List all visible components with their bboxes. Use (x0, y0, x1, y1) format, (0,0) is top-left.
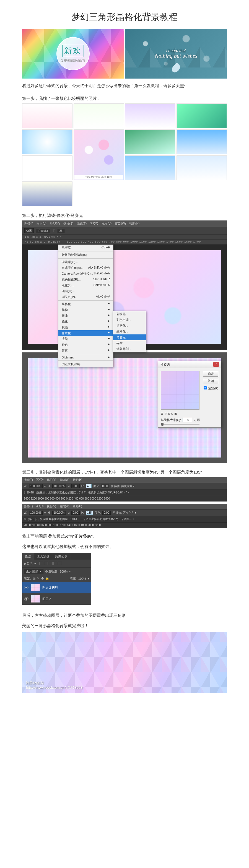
dialog-titlebar[interactable]: 马赛克 ✕ (158, 361, 221, 368)
w-input[interactable]: 100.00% (29, 484, 42, 488)
fill-value[interactable]: 100% (78, 577, 86, 580)
menu-item[interactable]: 窗口(W) (115, 222, 126, 226)
filter-pixel-icon[interactable] (39, 562, 43, 565)
angle-input[interactable]: 0.00 (71, 510, 80, 515)
w-input[interactable]: 100.00% (29, 510, 42, 515)
menu-item[interactable]: 窗口(W) (60, 504, 69, 508)
menu-item[interactable]: 杂色▶ (58, 342, 113, 348)
cancel-button[interactable]: 取消 (203, 378, 218, 384)
close-icon[interactable]: ✕ (213, 362, 219, 367)
lock-position-icon[interactable]: ✥ (41, 577, 44, 580)
gallery-thumb[interactable] (22, 182, 72, 206)
menu-item[interactable]: 图层(L) (36, 222, 46, 226)
menu-item[interactable]: 帮助(H) (129, 222, 139, 226)
visibility-icon[interactable] (24, 586, 29, 589)
preview-checkbox[interactable] (204, 386, 207, 390)
menu-item[interactable]: 自适应广角(A)...Alt+Shift+Ctrl+A (58, 265, 113, 271)
menu-item[interactable]: 滤镜(T) (24, 504, 33, 508)
gallery-thumb[interactable] (125, 103, 176, 128)
menu-item[interactable]: 窗口(W) (60, 478, 69, 482)
submenu-item[interactable]: 晶格化... (113, 329, 146, 334)
h-input[interactable]: 100.00% (52, 510, 66, 515)
link-icon[interactable]: ∞ (44, 485, 46, 488)
menu-item[interactable]: 马赛克Ctrl+F (58, 245, 113, 251)
vskew-input[interactable]: 0.00 (102, 510, 111, 515)
menu-item[interactable]: 渲染▶ (58, 336, 113, 342)
link-icon[interactable]: ∞ (44, 511, 46, 514)
layer-thumbnail[interactable] (31, 584, 40, 591)
menu-item[interactable]: 视图(V) (101, 222, 112, 226)
gallery-thumb-selected[interactable]: 炫光梦幻背景 其他·其他 (73, 129, 124, 180)
menu-item[interactable]: 扭曲▶ (58, 313, 113, 319)
gallery-thumb[interactable] (22, 103, 72, 128)
menu-item[interactable]: 3D(D) (36, 504, 44, 508)
visibility-icon[interactable] (24, 597, 29, 600)
angle-input[interactable]: 0.00 (71, 484, 80, 488)
menu-item[interactable]: 油画(O)... (58, 288, 113, 294)
menu-item[interactable]: 转换为智能滤镜(S) (58, 252, 113, 258)
submenu-item[interactable]: 马赛克... (113, 334, 146, 340)
menu-item[interactable]: 像素化▶ (58, 330, 113, 336)
cell-size-slider[interactable] (161, 424, 199, 425)
vskew-input[interactable]: 0.00 (101, 484, 109, 488)
submenu-item[interactable]: 彩块化 (113, 311, 146, 317)
document-tab[interactable]: 1% (图层 2, RGB/8) * × (22, 235, 227, 240)
layer-name[interactable]: 图层 2 拷贝 (42, 586, 58, 590)
h-input[interactable]: 100.00% (52, 484, 66, 488)
menu-item[interactable]: 3D(D) (36, 478, 44, 482)
menu-item[interactable]: 模糊▶ (58, 307, 113, 313)
tool-presets-tab[interactable]: 工具预设 (34, 553, 52, 560)
font-size-input[interactable]: 23 (58, 229, 64, 233)
submenu-item[interactable]: 彩色半调... (113, 317, 146, 323)
credit-url[interactable]: http://www.zcool.com.cn/u/2718023 (26, 685, 83, 690)
gallery-thumb[interactable] (177, 103, 227, 128)
layer-row[interactable]: 图层 2 (23, 593, 91, 604)
document-tab[interactable]: %（第三步，复制被像素化过的图层，Ctrl-T，一个图层变换斜切角度为45° 另… (22, 516, 227, 523)
lock-all-icon[interactable]: 🔒 (45, 577, 49, 580)
interpolation-select[interactable]: 度 插值: 两次立方 ▾ (111, 484, 134, 488)
menu-item[interactable]: 3D(D) (90, 222, 98, 226)
interpolation-select[interactable]: 度 插值: 两次立方 ▾ (112, 511, 136, 515)
menu-item[interactable]: 锐化▶ (58, 319, 113, 324)
menu-item[interactable]: 消失点(V)...Alt+Ctrl+V (58, 294, 113, 300)
gallery-thumb[interactable] (73, 103, 124, 128)
lock-transparency-icon[interactable]: ▨ (33, 577, 35, 580)
gallery-thumb[interactable] (22, 129, 72, 154)
menu-item[interactable]: 帮助(H) (73, 504, 82, 508)
menu-item[interactable]: 图像(I) (24, 222, 33, 226)
menu-item[interactable]: 选择(S) (63, 222, 73, 226)
layer-thumbnail[interactable] (31, 595, 40, 603)
menu-item[interactable]: 视图(V) (47, 504, 56, 508)
gallery-thumb[interactable] (177, 129, 227, 154)
hskew-input[interactable]: 45 (86, 484, 92, 488)
zoom-out-button[interactable]: ⊟ (161, 412, 163, 415)
menu-item[interactable]: 视频▶ (58, 324, 113, 330)
gallery-thumb[interactable] (22, 155, 72, 180)
document-tab[interactable]: 》90.4%（第三步，复制被像素化过的图层，Ctrl-T，变换斜切角度为45°,… (22, 490, 227, 496)
menu-item[interactable]: 镜头校正(R)...Shift+Ctrl+R (58, 277, 113, 282)
menu-item[interactable]: 滤镜库(G)... (58, 259, 113, 265)
filter-type-icon[interactable] (49, 562, 53, 565)
menu-item[interactable]: 滤镜(T) (24, 478, 33, 482)
menu-item[interactable]: 类型(Y) (50, 222, 60, 226)
layer-row[interactable]: 图层 2 拷贝 (23, 582, 91, 593)
lock-pixels-icon[interactable]: ✎ (37, 577, 39, 580)
layers-tab[interactable]: 图层 (23, 553, 34, 560)
menu-item[interactable]: 帮助(H) (73, 478, 82, 482)
menu-item[interactable]: 其它▶ (58, 348, 113, 353)
menu-item[interactable]: Digimarc▶ (58, 355, 113, 360)
zoom-in-button[interactable]: ⊞ (174, 412, 177, 415)
blend-mode-select[interactable]: 正片叠底▾ (24, 569, 43, 574)
hskew-input[interactable]: 135 (86, 510, 93, 515)
filter-adjust-icon[interactable] (44, 562, 48, 565)
filter-shape-icon[interactable] (53, 562, 57, 565)
submenu-item[interactable]: 铜版雕刻... (113, 346, 146, 352)
gallery-thumb[interactable] (125, 155, 176, 180)
ok-button[interactable]: 确定 (203, 371, 218, 377)
layer-name[interactable]: 图层 2 (42, 597, 51, 601)
opacity-value[interactable]: 100% (60, 570, 67, 573)
menu-item[interactable]: 视图(V) (47, 478, 56, 482)
gallery-thumb[interactable] (125, 129, 176, 154)
cell-size-input[interactable]: 50 (183, 418, 192, 422)
menu-item[interactable]: 浏览联机滤镜... (58, 361, 113, 367)
